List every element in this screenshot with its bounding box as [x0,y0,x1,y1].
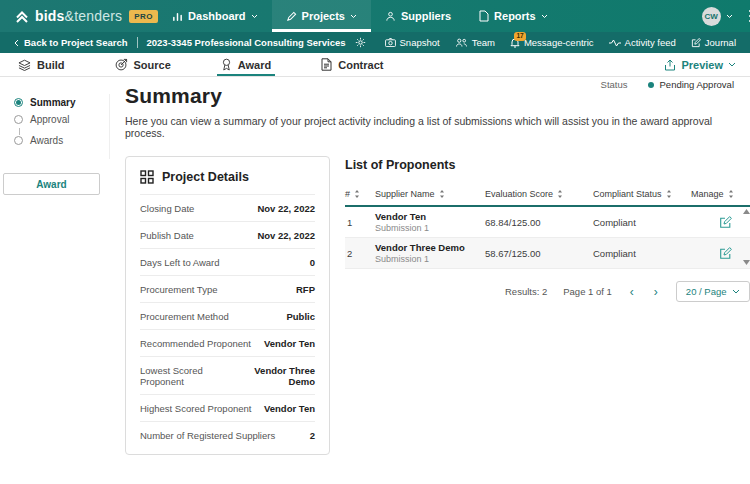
hamburger-menu-icon[interactable] [747,6,750,26]
tab-contract[interactable]: Contract [317,53,387,76]
chevron-down-icon [728,62,736,67]
column-header-compliant-status[interactable]: Compliant Status [593,189,691,199]
detail-row: Lowest Scored Proponent Vendor Three Dem… [140,356,315,394]
tab-label: Contract [338,59,383,71]
detail-row: Closing Date Nov 22, 2022 [140,194,315,221]
per-page-value: 20 / Page [686,286,727,297]
submission-label: Submission 1 [375,223,485,233]
person-icon [385,11,396,22]
contract-icon [321,58,332,71]
message-centric-button[interactable]: 17 Message-centric [510,37,594,48]
list-of-proponents-section: List of Proponents # Supplier Name Evalu… [345,156,750,302]
gear-icon[interactable] [355,37,366,48]
edit-icon[interactable] [719,216,732,229]
bids-tenders-logo-icon [14,9,30,24]
pencil-icon [286,11,297,22]
action-label: Team [472,37,495,48]
back-to-project-search-link[interactable]: Back to Project Search [14,37,128,48]
award-stepper-sidebar: Summary Approval Awards Award [0,90,110,195]
step-summary[interactable]: Summary [14,94,109,111]
detail-row: Days Left to Award 0 [140,248,315,275]
detail-label: Lowest Scored Proponent [140,365,233,387]
detail-value: Nov 22, 2022 [257,230,315,241]
sort-icon [354,190,360,198]
team-button[interactable]: Team [455,37,495,48]
snapshot-button[interactable]: Snapshot [385,37,440,48]
detail-value: RFP [296,284,315,295]
detail-row: Highest Scored Proponent Vendor Ten [140,394,315,421]
brand-logo[interactable]: bids&tenders PRO [14,0,158,32]
project-title: 2023-3345 Professional Consulting Servic… [147,37,346,48]
proponents-title: List of Proponents [345,158,750,172]
layers-icon [18,59,31,71]
detail-label: Recommended Proponent [140,338,251,349]
journal-button[interactable]: Journal [691,37,736,48]
step-label: Summary [30,97,76,108]
radio-icon [14,136,23,145]
tab-source[interactable]: Source [111,53,175,76]
step-awards[interactable]: Awards [14,135,109,149]
pagination: Results: 2 Page 1 of 1 ‹ › 20 / Page [345,281,750,302]
journal-icon [691,38,701,48]
app-window: bids&tenders PRO Dashboard Projects [0,0,750,484]
chevron-down-icon [350,14,357,19]
compliant-status: Compliant [593,217,691,228]
detail-value: Vendor Ten [264,403,315,414]
nav-item-projects[interactable]: Projects [272,0,371,32]
previous-page-icon[interactable]: ‹ [628,286,636,298]
nav-label: Suppliers [401,10,451,22]
detail-label: Procurement Method [140,311,229,322]
user-menu[interactable]: CW [702,7,733,26]
evaluation-score: 58.67/125.00 [485,248,593,259]
step-label: Approval [30,114,69,125]
table-row: 1 Vendor Ten Submission 1 68.84/125.00 C… [345,207,750,238]
scroll-down-icon[interactable] [743,260,750,265]
detail-row: Number of Registered Suppliers 2 [140,421,315,448]
main-content: Summary Here you can view a summary of y… [125,84,735,455]
tab-award[interactable]: Award [217,53,275,76]
tab-label: Build [37,59,65,71]
nav-item-reports[interactable]: Reports [465,0,562,32]
row-number: 1 [345,217,375,228]
detail-value: 2 [310,430,315,441]
primary-nav: Dashboard Projects Suppliers [158,0,562,32]
preview-button[interactable]: Preview [664,53,736,76]
next-page-icon[interactable]: › [652,286,660,298]
notification-badge: 17 [514,32,526,41]
proponents-table: # Supplier Name Evaluation Score Co [345,185,750,269]
chevron-down-icon [732,289,740,294]
step-approval[interactable]: Approval [14,111,109,128]
column-header-manage[interactable]: Manage [691,189,750,199]
action-label: Message-centric [524,37,594,48]
column-header-supplier-name[interactable]: Supplier Name [375,189,485,199]
nav-item-suppliers[interactable]: Suppliers [371,0,465,32]
people-icon [455,38,468,47]
nav-item-dashboard[interactable]: Dashboard [158,0,271,32]
detail-label: Procurement Type [140,284,217,295]
column-header-evaluation-score[interactable]: Evaluation Score [485,189,593,199]
supplier-name: Vendor Three Demo [375,242,485,253]
action-label: Snapshot [400,37,440,48]
tab-label: Award [238,59,271,71]
activity-feed-button[interactable]: Activity feed [609,37,676,48]
back-label: Back to Project Search [24,37,128,48]
scroll-up-icon[interactable] [743,209,750,214]
medal-icon [221,58,232,71]
document-icon [479,10,489,22]
top-right-controls: CW [702,0,750,32]
share-icon [664,59,676,71]
edit-icon[interactable] [719,247,732,260]
action-label: Journal [705,37,736,48]
column-header-num[interactable]: # [345,189,375,199]
table-header-row: # Supplier Name Evaluation Score Co [345,185,750,207]
detail-row: Procurement Method Public [140,302,315,329]
column-label: Evaluation Score [485,189,553,199]
sort-icon [666,190,672,198]
row-number: 2 [345,248,375,259]
per-page-dropdown[interactable]: 20 / Page [676,281,750,302]
detail-value: Vendor Ten [264,338,315,349]
avatar: CW [702,7,721,26]
page-subtitle: Here you can view a summary of your proj… [125,115,735,139]
award-button[interactable]: Award [3,173,100,195]
tab-build[interactable]: Build [14,53,69,76]
